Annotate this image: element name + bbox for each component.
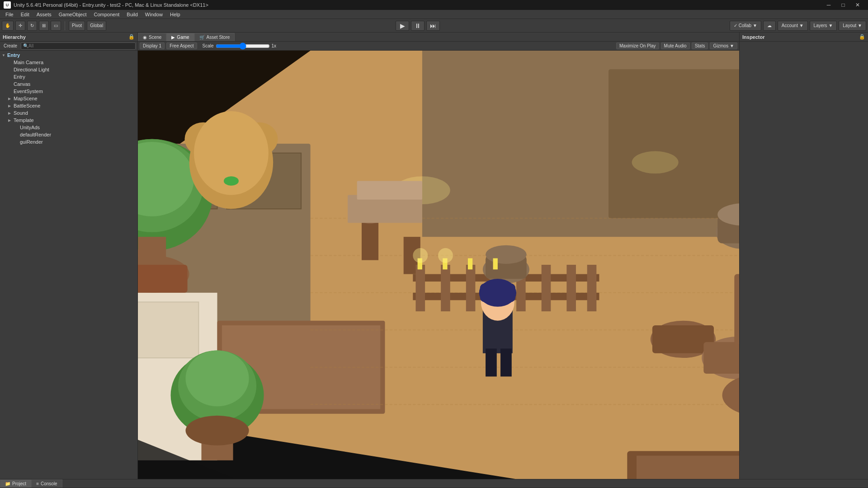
game-tab[interactable]: ▶ Game [166, 33, 194, 41]
hierarchy-item-label-directional-light: Directional Light [14, 67, 49, 72]
svg-point-53 [486, 245, 527, 264]
inspector-header: Inspector 🔒 [740, 33, 868, 42]
hierarchy-item-sound[interactable]: ▶Sound [0, 109, 137, 117]
hierarchy-header: Hierarchy 🔒 [0, 33, 137, 42]
svg-rect-70 [734, 274, 739, 349]
hierarchy-item-main-camera[interactable]: Main Camera [0, 59, 137, 66]
bottom-tabs: 📁 Project ≡ Console [0, 479, 868, 488]
assetstore-tab[interactable]: 🛒 Asset Store [194, 33, 235, 41]
hierarchy-create-button[interactable]: Create [2, 43, 19, 49]
cloud-button[interactable]: ☁ [763, 21, 776, 31]
scale-tool-button[interactable]: ⊞ [39, 21, 49, 31]
console-tab-icon: ≡ [36, 481, 39, 486]
rect-tool-button[interactable]: ▭ [51, 21, 61, 31]
collab-button[interactable]: ✓ Collab ▼ [730, 21, 761, 31]
minimize-button[interactable]: ─ [822, 0, 835, 10]
menubar: FileEditAssetsGameObjectComponentBuildWi… [0, 10, 868, 19]
window-controls: ─ □ ✕ [822, 0, 864, 10]
project-tab[interactable]: 📁 Project [0, 479, 31, 488]
svg-point-81 [413, 248, 428, 263]
menubar-item-assets[interactable]: Assets [33, 11, 55, 18]
scene-tab[interactable]: ◉ Scene [138, 33, 166, 41]
svg-rect-87 [357, 181, 422, 200]
hierarchy-item-unityadss[interactable]: UnityAds [0, 124, 137, 131]
maximize-button[interactable]: □ [836, 0, 850, 10]
unity-logo: U [4, 1, 11, 9]
menubar-item-gameobject[interactable]: GameObject [55, 11, 90, 18]
hierarchy-tab[interactable]: Hierarchy [3, 34, 26, 40]
hierarchy-search-input[interactable] [21, 42, 136, 50]
pause-button[interactable]: ⏸ [411, 21, 425, 31]
svg-rect-44 [441, 265, 450, 311]
hierarchy-item-label-eventsystem: EventSystem [14, 89, 43, 94]
menubar-item-edit[interactable]: Edit [17, 11, 33, 18]
hierarchy-item-label-mapscene: MapScene [14, 96, 38, 101]
hierarchy-item-mapscene[interactable]: ▶MapScene [0, 95, 137, 102]
menubar-item-help[interactable]: Help [166, 11, 184, 18]
maximize-on-play-button[interactable]: Maximize On Play [616, 42, 659, 49]
hierarchy-item-label-guirender: guiRender [20, 139, 43, 145]
menubar-item-window[interactable]: Window [142, 11, 166, 18]
hierarchy-item-label-battlescene: BattleScene [14, 103, 40, 108]
hierarchy-item-entry-root[interactable]: ▼Entry [0, 52, 137, 59]
scale-value: 1x [272, 43, 277, 48]
hierarchy-item-label-defaultrender: defaultRender [20, 132, 51, 137]
svg-rect-59 [500, 348, 512, 376]
hierarchy-item-directional-light[interactable]: Directional Light [0, 66, 137, 73]
bottom-area: 📁 Project ≡ Console Create ▼ ↑ ☰ ⊞ ▼ Fav… [0, 479, 868, 488]
inspector-panel: Inspector 🔒 [739, 33, 868, 479]
stats-button[interactable]: Stats [692, 42, 708, 49]
mute-audio-button[interactable]: Mute Audio [661, 42, 690, 49]
layers-button[interactable]: Layers ▼ [810, 21, 837, 31]
pivot-button[interactable]: Pivot [69, 21, 85, 31]
game-scene [138, 51, 739, 479]
hierarchy-item-label-entry-root: Entry [7, 52, 20, 58]
hierarchy-item-eventsystem[interactable]: EventSystem [0, 88, 137, 95]
global-button[interactable]: Global [87, 21, 106, 31]
menubar-item-file[interactable]: File [2, 11, 17, 18]
svg-point-64 [185, 416, 249, 446]
hierarchy-item-canvas[interactable]: Canvas [0, 80, 137, 88]
step-button[interactable]: ⏭ [426, 21, 440, 31]
svg-rect-48 [542, 265, 551, 311]
hierarchy-item-battlescene[interactable]: ▶BattleScene [0, 102, 137, 109]
inspector-tab[interactable]: Inspector [742, 34, 765, 40]
tree-arrow-icon: ▶ [8, 97, 14, 101]
hierarchy-item-label-entry: Entry [14, 74, 25, 80]
rotate-tool-button[interactable]: ↻ [27, 21, 37, 31]
hierarchy-lock-icon: 🔒 [128, 34, 135, 40]
titlebar: U Unity 5.6.4f1 Personal (64bit) - Entry… [0, 0, 868, 10]
hierarchy-item-template[interactable]: ▶Template [0, 117, 137, 124]
move-tool-button[interactable]: ✛ [15, 21, 25, 31]
collab-checkmark-icon: ✓ [734, 23, 737, 28]
svg-rect-10 [138, 302, 198, 358]
hierarchy-item-entry[interactable]: Entry [0, 73, 137, 80]
viewport-tabs: ◉ Scene ▶ Game 🛒 Asset Store [138, 33, 739, 42]
account-button[interactable]: Account ▼ [778, 21, 808, 31]
inspector-content [740, 42, 868, 479]
svg-rect-49 [566, 265, 576, 311]
scene-icon: ◉ [143, 35, 147, 40]
console-tab[interactable]: ≡ Console [31, 479, 62, 488]
aspect-button[interactable]: Free Aspect [166, 42, 197, 49]
tree-arrow-icon: ▶ [8, 111, 14, 115]
scale-label: Scale [203, 43, 214, 48]
hierarchy-item-guirender[interactable]: guiRender [0, 138, 137, 145]
layout-button[interactable]: Layout ▼ [839, 21, 866, 31]
gizmos-button[interactable]: Gizmos ▼ [710, 42, 737, 49]
svg-rect-15 [609, 69, 739, 218]
tree-arrow-icon: ▶ [8, 104, 14, 108]
hierarchy-item-label-main-camera: Main Camera [14, 60, 43, 65]
close-button[interactable]: ✕ [851, 0, 864, 10]
svg-rect-32 [138, 265, 188, 293]
display-button[interactable]: Display 1 [140, 42, 165, 49]
menubar-item-build[interactable]: Build [123, 11, 141, 18]
hand-tool-button[interactable]: ✋ [2, 21, 14, 31]
hierarchy-panel: Hierarchy 🔒 Create ▼EntryMain CameraDire… [0, 33, 138, 479]
scale-slider[interactable] [216, 43, 270, 49]
svg-rect-80 [493, 258, 498, 270]
hierarchy-item-defaultrender[interactable]: defaultRender [0, 131, 137, 138]
play-button[interactable]: ▶ [396, 21, 409, 31]
menubar-item-component[interactable]: Component [90, 11, 123, 18]
project-tab-icon: 📁 [5, 481, 10, 486]
